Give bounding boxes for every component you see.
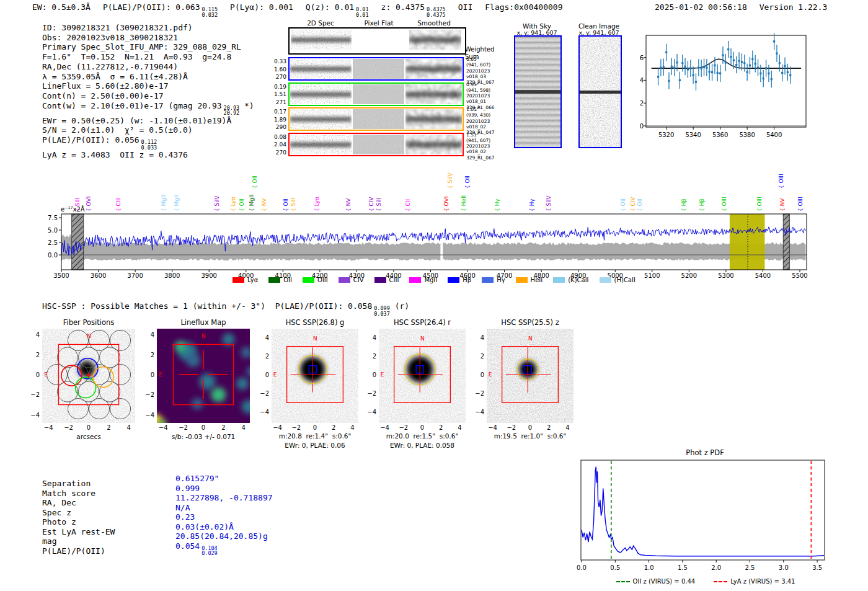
cutout-xtick: −2 xyxy=(179,424,188,431)
svg-text:N: N xyxy=(420,335,425,342)
spec2d-strip-spec xyxy=(290,84,352,104)
svg-text:N: N xyxy=(87,333,91,339)
emission-line-label-NV: { NV xyxy=(345,198,352,211)
spec2d-weighted-row xyxy=(288,27,466,55)
emission-line-label-MgII: { MgII xyxy=(174,195,180,211)
pdf-xtick: 0.5 xyxy=(610,564,620,571)
info-line-text: Cont(w) = 2.10(±0.01)e-17 (gmag 20.9320.… xyxy=(42,101,254,110)
cutout-ytick: 2 xyxy=(358,352,376,359)
pdf-xtick: 3.0 xyxy=(779,564,789,571)
cutout-ytick: 0 xyxy=(358,371,376,378)
photz-title: Phot z PDF xyxy=(686,448,724,457)
cutout-ytick: 2 xyxy=(21,351,40,358)
legend-swatch xyxy=(448,277,459,283)
emission-line-label-HeII: { HeII xyxy=(461,195,467,211)
stacked-uncertainty: 0.1120.033 xyxy=(141,140,157,150)
spec2d-fiber-row xyxy=(288,133,464,156)
spec2d-right-meta: 0.95"(941, 598)20201023v018_01329_RL_066 xyxy=(466,82,495,110)
meta-value: 20201023 xyxy=(466,143,495,149)
with-sky-image xyxy=(514,35,562,148)
emission-line-label-SiIV: { SiIV xyxy=(447,172,453,189)
cutout-xtick: −4 xyxy=(44,424,53,431)
legend-item-(H)CaII: (H)CaII xyxy=(600,277,636,283)
emission-line-label-Hγ: { Hγ xyxy=(494,198,500,211)
cutout-xtick: 0 xyxy=(420,424,424,431)
spec2d-strip-smooth xyxy=(405,135,462,154)
pdf-xtick: 2.5 xyxy=(745,564,755,571)
spec2d-strip-flat xyxy=(353,109,404,129)
match-label-5: Est LyA rest-EW xyxy=(42,527,115,536)
cutout-xtick: −4 xyxy=(488,424,497,431)
match-value-0: 0.615279" xyxy=(175,474,219,483)
emission-line-label-SiII: { SiII xyxy=(290,198,296,211)
info-line-3: F=1.6" T=0.152 N=1.21 A=0.93 g=24.8 xyxy=(42,52,254,62)
meta-value: (941, 598) xyxy=(466,87,495,93)
match-label-2: RA, Dec xyxy=(42,498,76,507)
cutout-xtick: −2 xyxy=(399,424,408,431)
spec2d-col-title: Pixel Flat xyxy=(364,19,393,27)
match-value-text: 0.03(±0.02)Å xyxy=(175,522,234,531)
pdf-xtick: 3.5 xyxy=(812,564,822,571)
cutout-ytick: 0 xyxy=(21,371,40,378)
spec2d-strip-smooth xyxy=(405,84,462,104)
legend-swatch xyxy=(600,277,611,283)
cutout-xtick: −4 xyxy=(159,424,168,431)
photz-legend: OII z (VIRUS) = 0.44LyA z (VIRUS) = 3.41 xyxy=(581,578,830,585)
cutout-xtick: 2 xyxy=(221,424,225,431)
spec-ytick: 0.0 xyxy=(39,252,58,259)
cutout-xtick: −4 xyxy=(380,424,389,431)
info-line-4: RA,Dec (11.227812,-0.719044) xyxy=(42,62,254,72)
match-value-7: 0.0540.1040.029 xyxy=(175,541,218,556)
spec2d-left-stats: 0.331.60270 xyxy=(269,58,286,81)
cutout-ytick: 4 xyxy=(250,334,269,340)
legend-item-CIV: CIV xyxy=(339,277,364,283)
match-label-6: mag xyxy=(42,536,56,546)
match-value-3: N/A xyxy=(175,503,190,512)
photz-pdf-chart xyxy=(581,459,830,563)
emission-line-label-OIII: { OIII xyxy=(721,197,727,211)
legend-item-Hγ: Hγ xyxy=(482,277,505,283)
cutout-ytick: −2 xyxy=(136,391,154,398)
cutout-xtick: −2 xyxy=(291,424,301,431)
svg-text:E: E xyxy=(44,371,48,378)
info-line-8: Cont(w) = 2.10(±0.01)e-17 (gmag 20.9320.… xyxy=(42,101,254,116)
header-meta: 2025-01-02 00:56:18 Version 1.22.3 xyxy=(655,2,827,12)
spec2d-strip-smooth xyxy=(405,109,462,129)
pdf-xtick: 0.0 xyxy=(577,564,587,571)
info-line-0: ID: 3090218321 (3090218321.pdf) xyxy=(42,23,254,33)
cutout-xtick: 4 xyxy=(565,424,569,431)
spec2d-fiber-row xyxy=(288,107,464,131)
match-label-1: Match score xyxy=(42,489,95,498)
cutout-xtick: 4 xyxy=(350,424,354,431)
cutout-ytick: −4 xyxy=(21,411,40,418)
cutout-caption2-3: EWr: 0, PLAE: 0.058 xyxy=(390,442,454,449)
stat-value: 1.51 xyxy=(269,91,286,99)
cutout-xtick: 4 xyxy=(242,424,246,431)
full-spectrum-chart xyxy=(59,213,810,275)
spec2d-strip-smooth xyxy=(405,59,462,79)
meta-value: v018_02 xyxy=(466,124,495,130)
cutout-xtick: 2 xyxy=(107,424,110,431)
spec2d-strip-spec xyxy=(290,109,352,129)
spec2d-left-stats: 0.171.89290 xyxy=(269,108,286,131)
cutout-caption1-3: m:20.0 re:1.5" s:0.6" xyxy=(386,432,459,440)
info-line-text: Primary Spec_Slot_IFU_AMP: 329_088_029_R… xyxy=(42,42,241,51)
cutout-image-3: NE xyxy=(379,329,466,423)
match-value-text: 20.85(20.84,20.85)g xyxy=(175,531,268,541)
legend-swatch xyxy=(339,277,350,283)
match-label-0: Separation xyxy=(42,479,91,488)
cutout-xlabel-1: s/b: -0.03 +/- 0.071 xyxy=(172,433,236,440)
emission-line-label-MgII: { MgII xyxy=(161,195,167,211)
spectrum-units: e⁻¹⁷x2Å xyxy=(61,206,85,213)
cutout-title-3: HSC SSP(26.4) r xyxy=(394,318,451,327)
emission-line-label-OII: { OII xyxy=(239,198,245,211)
emission-line-label-CII: { CII xyxy=(405,199,411,211)
stat-value: 271 xyxy=(269,99,286,107)
cutout-ytick: −4 xyxy=(250,409,269,415)
spec2d-left-stats: 0.082.04270 xyxy=(269,133,286,157)
cutout-xtick: 0 xyxy=(313,424,317,431)
emission-line-label-OIII: { OIII xyxy=(778,174,784,189)
fit-ytick: 2 xyxy=(625,100,644,107)
cutout-ytick: −2 xyxy=(358,390,376,397)
stacked-uncertainty: 0.010.01 xyxy=(356,7,368,17)
